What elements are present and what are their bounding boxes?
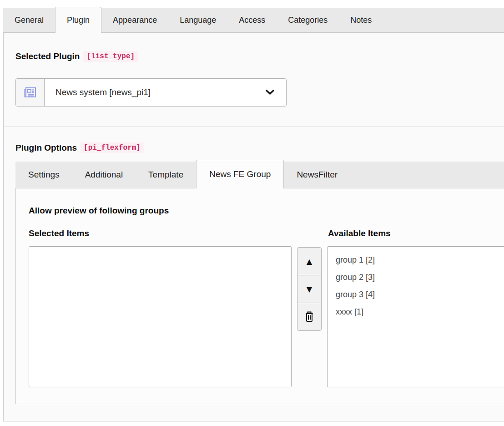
tab-newsfilter[interactable]: NewsFilter (284, 162, 350, 188)
tab-news-fe-group[interactable]: News FE Group (196, 160, 284, 188)
available-items-label: Available Items (328, 228, 391, 239)
tab-appearance[interactable]: Appearance (101, 8, 168, 32)
flexform-tab-panel: Allow preview of following groups Select… (15, 188, 504, 404)
move-down-button[interactable]: ▼ (297, 275, 321, 303)
tab-settings[interactable]: Settings (15, 162, 72, 188)
move-up-button[interactable]: ▲ (297, 248, 321, 275)
tab-access[interactable]: Access (227, 8, 277, 32)
list-option[interactable]: xxxx [1] (328, 303, 504, 320)
tab-additional[interactable]: Additional (72, 162, 136, 188)
listbox-labels-row: Selected Items Available Items (29, 228, 504, 239)
newspaper-icon (16, 79, 45, 106)
flexform-tabbar: Settings Additional Template News FE Gro… (15, 162, 504, 188)
list-option[interactable]: group 2 [3] (328, 269, 504, 286)
tab-language[interactable]: Language (168, 8, 227, 32)
plugin-options-section: Plugin Options [pi_flexform] Settings Ad… (4, 127, 504, 421)
selected-plugin-label: Selected Plugin (15, 51, 80, 61)
listbox-controls: ▲ ▼ (297, 247, 322, 331)
selected-plugin-code: [list_type] (83, 51, 138, 62)
chevron-down-icon (266, 90, 274, 95)
selected-plugin-header: Selected Plugin [list_type] (15, 51, 504, 62)
plugin-type-select-value: News system [news_pi1] (55, 87, 151, 97)
list-option[interactable]: group 3 [4] (328, 286, 504, 303)
arrow-up-icon: ▲ (307, 257, 312, 266)
group-select-row: ▲ ▼ (29, 246, 504, 387)
tab-categories[interactable]: Categories (277, 8, 339, 32)
group-preview-heading: Allow preview of following groups (29, 206, 504, 217)
tab-template[interactable]: Template (136, 162, 196, 188)
available-items-listbox[interactable]: group 1 [2] group 2 [3] group 3 [4] xxxx… (327, 246, 504, 387)
trash-icon (303, 310, 315, 323)
list-option[interactable]: group 1 [2] (328, 251, 504, 269)
plugin-type-select[interactable]: News system [news_pi1] (15, 78, 287, 106)
plugin-options-label: Plugin Options (15, 143, 77, 153)
plugin-options-code: [pi_flexform] (81, 142, 144, 153)
selected-items-listbox[interactable] (29, 246, 292, 387)
tab-content-panel: Selected Plugin [list_type] News system … (3, 33, 504, 421)
tab-notes[interactable]: Notes (339, 8, 383, 32)
plugin-type-select-body: News system [news_pi1] (45, 79, 286, 106)
selected-items-label: Selected Items (29, 228, 328, 239)
remove-button[interactable] (297, 303, 321, 330)
selected-plugin-section: Selected Plugin [list_type] News system … (4, 33, 504, 127)
record-tabbar: General Plugin Appearance Language Acces… (3, 8, 504, 33)
tab-plugin[interactable]: Plugin (55, 7, 101, 33)
arrow-down-icon: ▼ (307, 285, 312, 294)
plugin-options-header: Plugin Options [pi_flexform] (15, 142, 504, 153)
tab-general[interactable]: General (3, 8, 55, 32)
